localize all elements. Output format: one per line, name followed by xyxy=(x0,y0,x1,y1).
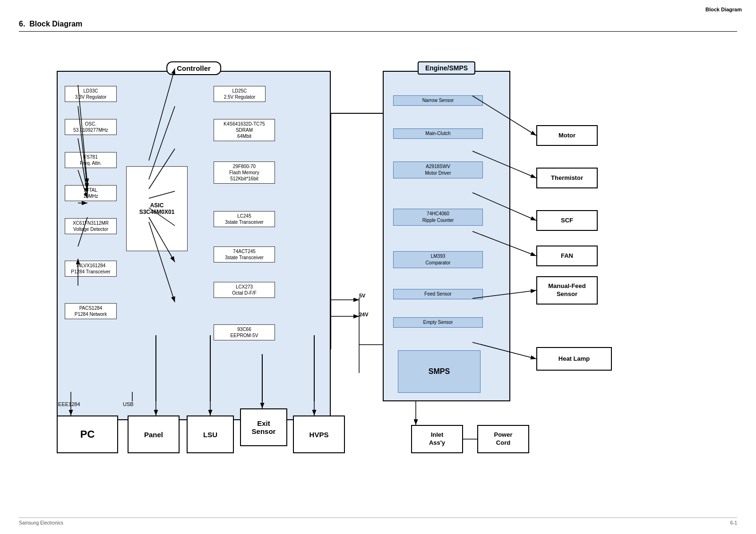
comp-lc245: LC245 3state Transceiver xyxy=(214,211,275,227)
output-inlet: Inlet Ass'y xyxy=(411,425,463,453)
5v-label: 5V xyxy=(359,293,365,298)
bottom-panel: Panel xyxy=(128,415,180,453)
comp-k4s: K4S641632D-TC75 SDRAM 64Mbit xyxy=(214,119,275,141)
comp-osc: OSC. 53.0109277MHz xyxy=(65,119,117,135)
comp-lcx273: LCX273 Octal D-F/F xyxy=(214,282,275,298)
output-power-cord: Power Cord xyxy=(477,425,529,453)
comparator: LM393 Comparator xyxy=(393,251,483,268)
main-clutch: Main-Clutch xyxy=(393,128,483,139)
ripple-counter: 74HC4060 Ripple Counter xyxy=(393,209,483,226)
footer: Samsung Electronics 6-1 xyxy=(19,517,737,526)
bottom-pc: PC xyxy=(57,415,118,453)
output-motor: Motor xyxy=(536,125,598,146)
usb-label: USB xyxy=(123,401,134,407)
comp-93c66: 93C66 EEPROM-5V xyxy=(214,324,275,340)
footer-left: Samsung Electronics xyxy=(19,520,63,526)
page-header: Block Diagram xyxy=(705,7,742,12)
comp-74lvx: 74LVX161284 P1284 Transceiver xyxy=(65,261,117,277)
footer-right: 6-1 xyxy=(730,520,737,526)
comp-xtal: X-TAL 10MHz xyxy=(65,185,117,201)
comp-flash: 29F800-70 Flash Memory 512Kbit*16bit xyxy=(214,161,275,184)
output-thermistor: Thermistor xyxy=(536,168,598,188)
24v-label: 24V xyxy=(359,312,369,317)
comp-ld33c: LD33C 3.3V Regulator xyxy=(65,86,117,102)
engine-box: Engine/SMPS Narrow Sensor Main-Clutch A2… xyxy=(383,71,510,401)
bottom-lsu: LSU xyxy=(187,415,234,453)
diagram-area: Controller LD33C 3.3V Regulator OSC. 53.… xyxy=(19,42,737,477)
output-heat-lamp: Heat Lamp xyxy=(536,347,612,371)
empty-sensor: Empty Sensor xyxy=(393,317,483,328)
comp-pacs1284: PACS1284 P1284 Network xyxy=(65,303,117,319)
bottom-exit-sensor: Exit Sensor xyxy=(240,408,287,446)
controller-box: Controller LD33C 3.3V Regulator OSC. 53.… xyxy=(57,71,331,420)
output-fan: FAN xyxy=(536,246,598,266)
comp-fs781: FS781 Freq. Attn. xyxy=(65,152,117,168)
comp-xc61fn: XC61FN3112MR Voltage Detector xyxy=(65,218,117,234)
comp-74act245: 74ACT245 3state Transceiver xyxy=(214,246,275,263)
engine-label: Engine/SMPS xyxy=(418,61,475,75)
motor-driver: A2918SWV Motor Driver xyxy=(393,161,483,178)
asic-box: ASIC S3C46M0X01 xyxy=(126,166,188,251)
controller-label: Controller xyxy=(166,61,221,75)
section-title: 6. Block Diagram xyxy=(19,20,737,32)
ieee1284-label: IEEE1284 xyxy=(57,401,80,407)
narrow-sensor: Narrow Sensor xyxy=(393,95,483,106)
smps-box: SMPS xyxy=(398,350,481,393)
feed-sensor: Feed Sensor xyxy=(393,289,483,299)
bottom-hvps: HVPS xyxy=(293,415,345,453)
output-scf: SCF xyxy=(536,210,598,231)
output-manual-feed: Manual-Feed Sensor xyxy=(536,276,598,305)
comp-ld25c: LD25C 2.5V Regulator xyxy=(214,86,266,102)
